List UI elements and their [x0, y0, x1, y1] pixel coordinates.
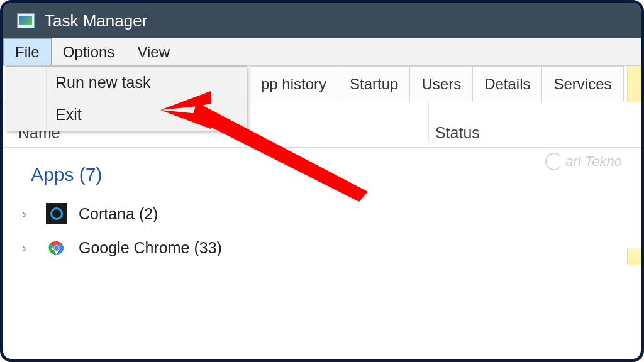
task-manager-icon: [17, 13, 35, 28]
tab-startup[interactable]: Startup: [338, 66, 410, 102]
tab-app-history[interactable]: pp history: [250, 66, 338, 102]
svg-point-3: [55, 246, 58, 250]
title-bar: Task Manager: [3, 3, 641, 38]
resource-column-bg: [627, 248, 641, 265]
menu-exit[interactable]: Exit: [6, 99, 247, 131]
watermark: ari Tekno: [545, 153, 622, 170]
watermark-c-icon: [545, 153, 563, 170]
expand-chevron-icon[interactable]: ›: [22, 207, 35, 221]
resource-column-header-bg: [627, 66, 641, 102]
tab-users[interactable]: Users: [410, 66, 473, 102]
chrome-icon: [46, 237, 67, 258]
process-row[interactable]: › Cortana (2): [3, 197, 641, 231]
menu-file[interactable]: File: [3, 38, 52, 65]
tab-details[interactable]: Details: [473, 66, 542, 102]
file-dropdown-menu: Run new task Exit: [6, 66, 247, 131]
process-name: Cortana (2): [79, 205, 158, 223]
cortana-icon: [46, 203, 67, 224]
window-title: Task Manager: [45, 11, 147, 31]
menu-options[interactable]: Options: [52, 38, 126, 65]
process-name: Google Chrome (33): [79, 239, 222, 257]
expand-chevron-icon[interactable]: ›: [22, 241, 35, 255]
menu-run-new-task[interactable]: Run new task: [6, 67, 247, 99]
menu-view[interactable]: View: [126, 38, 181, 65]
column-status[interactable]: Status: [428, 102, 641, 142]
menu-bar: File Options View: [3, 38, 641, 66]
tab-services[interactable]: Services: [542, 66, 623, 102]
process-row[interactable]: › Google Chrome (33): [3, 231, 641, 265]
